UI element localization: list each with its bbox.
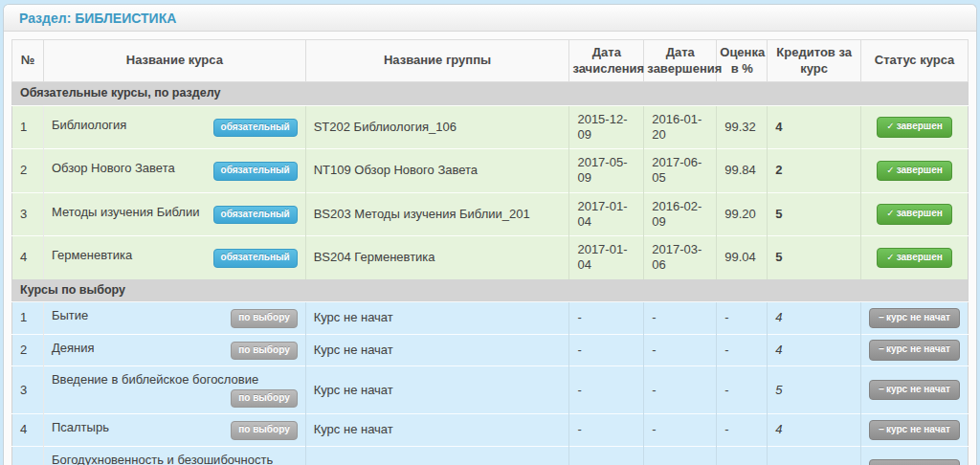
column-header: Оценка в % [717,40,768,82]
course-name: Бытие [52,308,88,322]
finish-date: 2016-01-20 [644,105,717,149]
course-name-cell: Введение в библейское богословиепо выбор… [43,366,305,414]
section-title: Обязательные курсы, по разделу [12,82,969,106]
course-name-cell: Богодухновенность и безошибочность Писан… [43,446,305,465]
finish-date: 2017-03-06 [644,236,717,279]
dash-icon: − [879,343,884,354]
course-name: Деяния [52,341,95,355]
column-header: Статус курса [861,40,969,82]
status-cell: −курс не начат [861,302,969,335]
course-row: 4ГерменевтикаобязательныйBS204 Герменевт… [12,236,969,279]
course-name: Библиология [52,118,126,132]
enroll-date: - [569,334,644,366]
status-badge: −курс не начат [869,420,960,441]
status-cell: −курс не начат [861,334,969,366]
section-title: Курсы по выбору [12,279,969,302]
course-row: 1Бытиепо выборуКурс не начат---4−курс не… [12,302,969,335]
finish-date: - [644,334,717,366]
status-label: курс не начат [886,343,950,354]
course-type-badge: по выбору [231,421,297,440]
table-body: Обязательные курсы, по разделу1Библиолог… [12,82,969,465]
check-icon: ✓ [886,121,894,131]
dash-icon: − [879,312,884,322]
course-type-badge: обязательный [213,249,298,268]
page-title-label: Раздел: [19,11,71,26]
course-name: Псалтырь [52,420,109,434]
enroll-date: 2015-12-09 [569,105,644,149]
dash-icon: − [879,424,884,434]
course-name: Герменевтика [52,248,132,262]
course-name-cell: Псалтырьпо выбору [43,414,305,447]
course-number: 2 [12,334,44,366]
course-number: 1 [12,105,44,149]
grade-percent: - [717,446,768,465]
section-name: БИБЛЕИСТИКА [75,11,176,26]
course-name-cell: Деянияпо выбору [43,334,305,366]
enroll-date: 2017-01-04 [569,236,644,279]
course-type-badge: обязательный [213,162,298,181]
course-credits: 5 [768,192,861,236]
group-name: Курс не начат [305,446,569,465]
status-cell: −курс не начат [861,366,969,414]
finish-date: - [644,302,717,335]
group-name: NT109 Обзор Нового Завета [305,149,569,193]
course-number: 5 [12,446,44,465]
course-number: 3 [12,366,44,414]
finish-date: 2016-02-09 [644,192,717,236]
status-label: завершен [897,252,943,262]
course-name: Обзор Нового Завета [52,161,175,175]
group-name: Курс не начат [305,414,569,447]
grade-percent: 99.84 [717,149,768,193]
status-badge: −курс не начат [869,459,960,465]
column-header: Дата завершения [644,40,717,82]
course-credits: 5 [768,366,861,414]
column-header: № [12,40,44,82]
status-label: курс не начат [886,384,950,394]
status-badge: ✓завершен [877,117,951,138]
course-credits: 4 [768,334,861,366]
course-row: 5Богодухновенность и безошибочность Писа… [12,446,969,465]
course-name: Методы изучения Библии [52,205,200,219]
status-cell: ✓завершен [861,105,969,149]
course-row: 2Обзор Нового ЗаветаобязательныйNT109 Об… [12,149,969,193]
status-cell: ✓завершен [861,192,969,236]
grade-percent: 99.32 [717,105,768,149]
course-credits: 4 [768,302,861,335]
course-row: 3Методы изучения БиблииобязательныйBS203… [12,192,969,236]
course-number: 4 [12,414,44,447]
column-header: Кредитов за курс [768,40,861,82]
dash-icon: − [879,384,884,394]
panel-header: Раздел: БИБЛЕИСТИКА [4,5,976,32]
course-name: Богодухновенность и безошибочность Писан… [52,453,273,465]
panel-body: №Название курсаНазвание группыДата зачис… [4,32,976,465]
status-badge: −курс не начат [869,308,960,329]
course-type-badge: обязательный [213,206,298,225]
course-type-badge: обязательный [213,119,298,138]
course-row: 3Введение в библейское богословиепо выбо… [12,366,969,414]
grade-percent: - [717,414,768,447]
status-cell: −курс не начат [861,446,969,465]
column-header: Название курса [43,40,305,82]
table-header-row: №Название курсаНазвание группыДата зачис… [12,40,969,82]
course-name: Введение в библейское богословие [52,372,258,387]
enroll-date: - [569,302,644,335]
course-name-cell: Обзор Нового Заветаобязательный [43,149,305,193]
course-row: 1БиблиологияобязательныйST202 Библиологи… [12,105,969,149]
status-badge: ✓завершен [877,204,951,225]
enroll-date: 2017-05-09 [569,149,644,193]
course-type-badge: по выбору [231,309,297,328]
finish-date: - [644,414,717,447]
finish-date: 2017-06-05 [644,149,717,193]
status-label: курс не начат [886,424,950,434]
status-badge: −курс не начат [869,340,960,361]
course-credits: 4 [768,446,861,465]
course-number: 4 [12,236,44,279]
enroll-date: - [569,366,644,414]
course-credits: 4 [768,414,861,447]
column-header: Дата зачисления [569,40,644,82]
grade-percent: - [717,302,768,335]
status-badge: −курс не начат [869,380,960,401]
finish-date: - [644,446,717,465]
status-badge: ✓завершен [877,248,951,269]
course-name-cell: Методы изучения Библииобязательный [43,192,305,236]
